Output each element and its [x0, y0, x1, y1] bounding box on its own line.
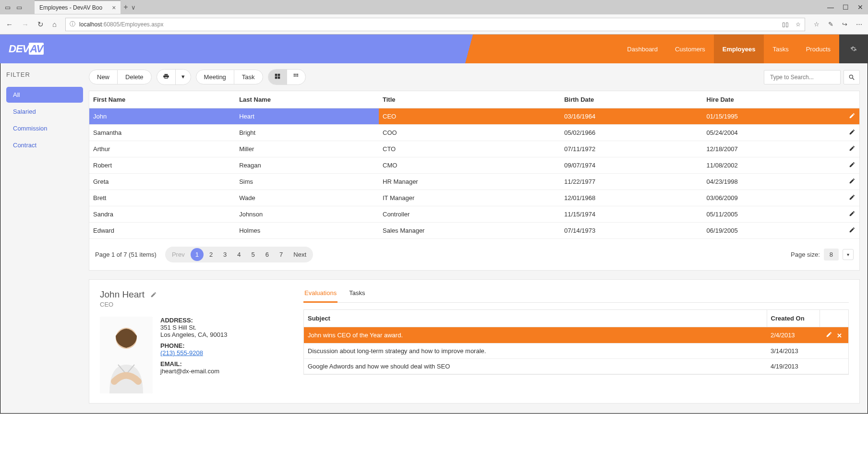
column-header[interactable]: First Name: [89, 91, 235, 108]
meeting-button[interactable]: Meeting: [196, 70, 234, 84]
table-row[interactable]: SamanthaBrightCOO05/02/196605/24/2004: [89, 125, 859, 141]
table-row[interactable]: GretaSimsHR Manager11/22/197704/23/1998: [89, 174, 859, 190]
info-icon: ⓘ: [70, 20, 75, 28]
search-button[interactable]: [844, 70, 860, 84]
main-content: New Delete ▾ Meeting Task Fir: [89, 63, 868, 413]
pager-prev[interactable]: Prev: [167, 248, 190, 261]
table-row[interactable]: John wins CEO of the Year award.2/4/2013…: [304, 327, 848, 344]
tab-close-icon[interactable]: ×: [112, 4, 116, 12]
home-button[interactable]: ⌂: [52, 20, 57, 28]
table-row[interactable]: RobertReaganCMO09/07/197411/08/2002: [89, 157, 859, 174]
row-edit-button[interactable]: [826, 332, 832, 339]
pager-page-6[interactable]: 6: [261, 248, 274, 261]
task-button[interactable]: Task: [234, 70, 263, 84]
evaluations-grid: SubjectCreated On John wins CEO of the Y…: [303, 309, 849, 375]
share-icon[interactable]: ↪: [842, 21, 847, 28]
avatar: [100, 317, 153, 393]
page-size-dropdown[interactable]: ▾: [843, 249, 854, 260]
table-row[interactable]: ArthurMillerCTO07/11/197212/18/2007: [89, 141, 859, 157]
table-row[interactable]: Discussion about long-term strategy and …: [304, 344, 848, 359]
maximize-button[interactable]: ☐: [843, 3, 849, 11]
reading-mode-icon[interactable]: ▯▯: [782, 21, 789, 28]
btn-group-crud: New Delete: [89, 70, 152, 84]
filter-salaried[interactable]: Salaried: [6, 104, 83, 119]
tab-title: Employees - DevAV Boo: [39, 4, 102, 11]
row-edit-button[interactable]: [845, 108, 859, 125]
sidebar: FILTER AllSalariedCommissionContract: [0, 63, 89, 413]
row-edit-button[interactable]: [845, 174, 859, 190]
pen-icon[interactable]: ✎: [828, 21, 833, 28]
refresh-button[interactable]: ↻: [37, 20, 44, 29]
btn-group-view: [268, 69, 306, 85]
print-dropdown-button[interactable]: ▾: [176, 70, 191, 84]
edit-icon[interactable]: [150, 291, 157, 298]
btn-group-actions: Meeting Task: [196, 70, 263, 84]
pager-page-7[interactable]: 7: [275, 248, 288, 261]
back-button[interactable]: ←: [6, 20, 13, 28]
search-input[interactable]: [764, 70, 841, 84]
row-edit-button[interactable]: [845, 141, 859, 157]
toolbar: New Delete ▾ Meeting Task: [89, 69, 860, 85]
row-edit-button[interactable]: [845, 157, 859, 174]
delete-button[interactable]: Delete: [118, 70, 151, 84]
browser-nav-bar: ← → ↻ ⌂ ⓘ localhost:60805/Employees.aspx…: [0, 14, 868, 35]
table-row[interactable]: SandraJohnsonController11/15/197405/11/2…: [89, 206, 859, 223]
favorite-icon[interactable]: ☆: [796, 21, 801, 28]
pager-page-3[interactable]: 3: [218, 248, 231, 261]
minimize-button[interactable]: —: [827, 3, 834, 11]
print-button[interactable]: [157, 70, 176, 84]
column-header[interactable]: Birth Date: [560, 91, 702, 108]
settings-button[interactable]: [839, 35, 868, 63]
phone-label: PHONE:: [160, 342, 228, 349]
row-edit-button[interactable]: [845, 125, 859, 141]
column-header[interactable]: Created On: [767, 310, 820, 327]
nav-employees[interactable]: Employees: [714, 35, 764, 63]
nav-dashboard[interactable]: Dashboard: [618, 35, 666, 63]
row-edit-button[interactable]: [845, 223, 859, 239]
view-tiles-button[interactable]: [287, 70, 305, 84]
pager-info: Page 1 of 7 (51 items): [95, 251, 157, 258]
table-row[interactable]: Google Adwords and how we should deal wi…: [304, 359, 848, 374]
row-edit-button[interactable]: [845, 190, 859, 206]
page-size-value[interactable]: 8: [824, 249, 839, 261]
email-label: EMAIL:: [160, 360, 228, 368]
pager-page-5[interactable]: 5: [247, 248, 260, 261]
new-tab-button[interactable]: +: [123, 3, 128, 12]
row-edit-button[interactable]: [845, 206, 859, 223]
view-grid-button[interactable]: [268, 70, 287, 84]
column-header[interactable]: Last Name: [235, 91, 379, 108]
nav-products[interactable]: Products: [797, 35, 839, 63]
table-row[interactable]: EdwardHolmesSales Manager07/14/197306/19…: [89, 223, 859, 239]
column-header[interactable]: Hire Date: [703, 91, 845, 108]
phone-link[interactable]: (213) 555-9208: [160, 349, 203, 356]
browser-tab[interactable]: Employees - DevAV Boo ×: [35, 0, 121, 14]
more-icon[interactable]: ⋯: [856, 21, 862, 28]
filter-contract[interactable]: Contract: [6, 137, 83, 153]
nav-customers[interactable]: Customers: [666, 35, 714, 63]
address-line1: 351 S Hill St.: [160, 324, 228, 331]
column-header[interactable]: Subject: [304, 310, 767, 327]
pager-next[interactable]: Next: [289, 248, 311, 261]
url-bar[interactable]: ⓘ localhost:60805/Employees.aspx ▯▯ ☆: [65, 18, 805, 31]
table-row[interactable]: JohnHeartCEO03/16/196401/15/1995: [89, 108, 859, 125]
row-delete-button[interactable]: ✕: [837, 332, 842, 339]
pager-page-4[interactable]: 4: [232, 248, 245, 261]
grid-icon: [274, 73, 281, 80]
column-header[interactable]: Title: [379, 91, 560, 108]
tab-tasks[interactable]: Tasks: [348, 289, 366, 302]
table-row[interactable]: BrettWadeIT Manager12/01/196803/06/2009: [89, 190, 859, 206]
tab-evaluations[interactable]: Evaluations: [303, 289, 338, 303]
tab-chevron-icon[interactable]: ∨: [131, 4, 136, 11]
forward-button[interactable]: →: [22, 20, 29, 28]
search-icon: [848, 74, 855, 81]
favorites-icon[interactable]: ☆: [814, 21, 820, 28]
btn-group-print: ▾: [157, 69, 191, 85]
filter-all[interactable]: All: [6, 87, 83, 103]
filter-commission[interactable]: Commission: [6, 120, 83, 136]
pager-page-1[interactable]: 1: [191, 248, 204, 261]
page-size-label: Page size:: [791, 251, 820, 258]
pager-page-2[interactable]: 2: [205, 248, 217, 261]
close-window-button[interactable]: ✕: [857, 3, 863, 11]
new-button[interactable]: New: [89, 70, 118, 84]
nav-tasks[interactable]: Tasks: [764, 35, 797, 63]
